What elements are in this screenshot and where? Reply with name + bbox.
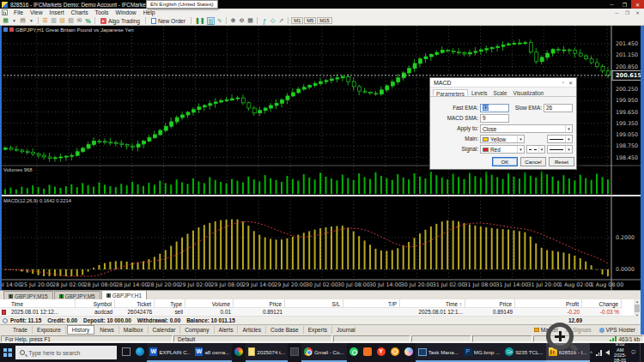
timeframe-m15-button[interactable]: M15 xyxy=(317,17,331,24)
mdi-restore-icon[interactable]: ❐ xyxy=(623,10,632,15)
col-time[interactable]: Time xyxy=(9,299,76,308)
col-time-close[interactable]: Time ↑ xyxy=(400,299,465,308)
close-icon[interactable]: ✕ xyxy=(631,0,644,9)
indicators-icon[interactable]: ƒ xyxy=(260,17,268,25)
taskbar-edge[interactable] xyxy=(133,343,147,362)
taskbar-photos[interactable] xyxy=(232,343,246,362)
macd-dialog-titlebar[interactable]: MACD ▫ ✕ xyxy=(430,78,576,87)
history-row[interactable]: 2025.08.01 12:12... audcad 26042476 sell… xyxy=(0,308,622,316)
taskbar-whatsapp[interactable] xyxy=(347,343,361,362)
restore-icon[interactable]: ❐ xyxy=(618,0,631,9)
reset-button[interactable]: Reset xyxy=(549,157,574,166)
menu-view[interactable]: View xyxy=(27,9,46,15)
new-order-button[interactable]: New Order xyxy=(149,18,188,24)
scrollbar-thumb[interactable] xyxy=(635,305,640,312)
table-scrollbar[interactable]: ▲▼ xyxy=(634,299,641,324)
economic-calendar-icon[interactable]: % xyxy=(84,17,92,25)
volume-icon[interactable] xyxy=(605,350,610,355)
col-type[interactable]: Type xyxy=(155,299,185,308)
taskbar-chrome[interactable]: Gmail - Co... xyxy=(301,343,347,362)
cursor-icon[interactable]: ➚ xyxy=(277,17,285,25)
signal-color-select[interactable]: Red▼ xyxy=(480,145,525,154)
tab-gbpjpy-m5[interactable]: GBPJPY,M5 xyxy=(54,291,100,299)
tab-trade[interactable]: Trade xyxy=(9,326,33,334)
vps-link[interactable]: VPS Hoster xyxy=(599,327,635,333)
mdi-close-icon[interactable]: ✕ xyxy=(633,10,642,15)
taskbar-word-1[interactable]: EXPLAIN C... xyxy=(147,343,192,362)
bar-chart-icon[interactable]: ||| xyxy=(207,17,215,25)
tab-mailbox[interactable]: Mailbox xyxy=(119,326,149,334)
objects-icon[interactable]: ◇ xyxy=(269,17,276,25)
tab-parameters[interactable]: Parameters xyxy=(433,89,468,96)
timeframe-m5-button[interactable]: M5 xyxy=(304,17,316,24)
tab-calendar[interactable]: Calendar xyxy=(149,326,181,334)
menu-charts[interactable]: Charts xyxy=(68,9,92,15)
col-ticket[interactable]: Ticket xyxy=(115,299,155,308)
signal-width-select[interactable]: ▼ xyxy=(547,145,573,154)
apply-to-select[interactable]: Close▼ xyxy=(480,124,573,133)
tray-chevron-icon[interactable]: ˄ xyxy=(590,350,593,355)
taskbar-search-input[interactable]: Type here to search xyxy=(15,346,117,359)
col-price-close[interactable]: Price xyxy=(465,299,515,308)
taskbar-task-manager[interactable]: Task Mana... xyxy=(416,343,461,362)
new-chart-icon[interactable]: ▦ xyxy=(2,17,9,25)
col-profit[interactable]: Profit xyxy=(515,299,582,308)
menu-help[interactable]: Help xyxy=(140,9,159,15)
tab-levels[interactable]: Levels xyxy=(469,89,489,96)
taskbar-paint[interactable]: MG.bmp ... xyxy=(461,343,503,362)
taskbar-copilot-chat[interactable]: 9235 TCL... xyxy=(502,343,545,362)
zoom-out-icon[interactable]: ⊖ xyxy=(238,17,246,25)
cancel-button[interactable]: Cancel xyxy=(520,157,546,166)
mailbox-icon[interactable]: ✉ xyxy=(76,17,83,25)
market-watch-icon[interactable]: ☰ xyxy=(41,17,49,25)
tile-windows-icon[interactable]: ▦ xyxy=(246,17,254,25)
tab-articles[interactable]: Articles xyxy=(238,326,266,334)
col-sl[interactable]: S/L xyxy=(285,299,343,308)
tab-company[interactable]: Company xyxy=(180,326,214,334)
tab-visualization[interactable]: Visualization xyxy=(511,89,547,96)
col-change[interactable]: Change xyxy=(582,299,622,308)
taskbar-clock[interactable]: 9:02 AM 2025-08-01 xyxy=(613,341,628,362)
start-button[interactable] xyxy=(0,343,15,362)
dialog-close-icon[interactable]: ✕ xyxy=(568,80,573,86)
data-window-icon[interactable]: ▥ xyxy=(50,17,58,25)
tab-experts[interactable]: Experts xyxy=(304,326,332,334)
macd-sma-input[interactable]: 9 xyxy=(480,114,509,123)
taskbar-word-2[interactable]: a8 osma... xyxy=(192,343,232,362)
menu-tools[interactable]: Tools xyxy=(92,9,112,15)
toolbox-icon[interactable]: ▧ xyxy=(67,17,75,25)
status-profile[interactable]: Default xyxy=(173,335,332,342)
show-desktop-button[interactable] xyxy=(640,343,641,362)
tab-news[interactable]: News xyxy=(95,326,119,334)
taskbar-app-orange[interactable] xyxy=(361,343,374,362)
notification-icon[interactable]: 🗩 xyxy=(631,350,636,355)
tab-exposure[interactable]: Exposure xyxy=(33,326,66,334)
taskbar-notepad[interactable]: 2025074 t... xyxy=(246,343,288,362)
menu-insert[interactable]: Insert xyxy=(46,9,68,15)
taskbar-app-dark[interactable] xyxy=(288,343,301,362)
taskbar-yandex[interactable] xyxy=(374,343,388,362)
col-price[interactable]: Price xyxy=(234,299,285,308)
chart-close-icon[interactable] xyxy=(9,27,14,32)
menu-window[interactable]: Window xyxy=(112,9,139,15)
candlestick-chart-icon[interactable]: ❚❚ xyxy=(194,17,206,25)
navigator-icon[interactable]: ▨ xyxy=(58,17,66,25)
tab-gbpjpy-h1[interactable]: GBPJPY,H1 xyxy=(101,290,147,299)
tab-gbpjpy-m15[interactable]: GBPJPY,M15 xyxy=(3,291,53,299)
col-volume[interactable]: Volume xyxy=(185,299,234,308)
tab-history[interactable]: History xyxy=(67,325,95,335)
slow-ema-input[interactable]: 26 xyxy=(544,104,573,112)
tab-codebase[interactable]: Code Base xyxy=(266,326,304,334)
taskbar-search-app[interactable] xyxy=(388,343,402,362)
task-view-button[interactable] xyxy=(119,343,133,362)
col-tp[interactable]: T/P xyxy=(343,299,400,308)
col-symbol[interactable]: Symbol xyxy=(76,299,115,308)
network-icon[interactable] xyxy=(596,350,602,356)
fast-ema-input[interactable]: 12 xyxy=(480,104,509,112)
minimize-icon[interactable]: ─ xyxy=(605,0,618,9)
tab-scale[interactable]: Scale xyxy=(491,89,510,96)
main-style-select[interactable]: ▼ xyxy=(547,135,573,143)
new-chart-dropdown-icon[interactable]: ▼ xyxy=(10,17,18,25)
menu-file[interactable]: File xyxy=(10,9,27,15)
chart-window-icon[interactable] xyxy=(2,9,8,15)
